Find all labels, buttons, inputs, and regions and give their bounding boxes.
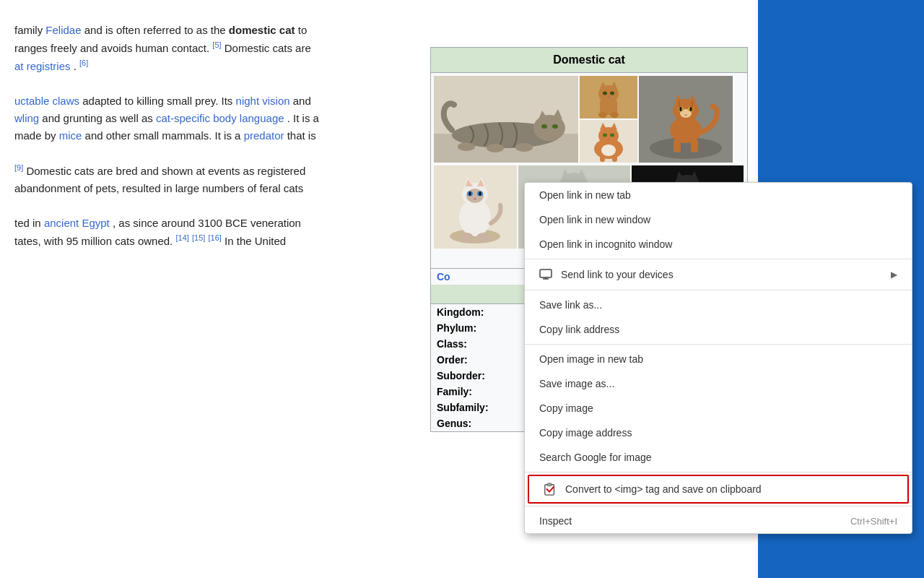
ctx-search-google-image[interactable]: Search Google for image [525, 445, 912, 470]
ctx-inspect[interactable]: Inspect Ctrl+Shift+I [525, 509, 912, 533]
svg-rect-79 [540, 269, 552, 277]
svg-point-6 [541, 124, 547, 129]
ctx-open-incognito[interactable]: Open link in incognito window [525, 232, 912, 256]
svg-point-7 [552, 124, 558, 129]
svg-rect-45 [674, 139, 681, 152]
ctx-open-new-tab[interactable]: Open link in new tab [525, 183, 912, 207]
monitor-icon [539, 268, 552, 281]
article-para3: . [74, 60, 77, 72]
svg-point-28 [603, 134, 607, 137]
wling-link[interactable]: wling [14, 112, 39, 124]
ctx-separator-3 [525, 344, 912, 345]
ctx-open-new-window-label: Open link in new window [539, 214, 650, 225]
ctx-convert-img-tag[interactable]: Convert to <img> tag and save on clipboa… [528, 475, 909, 504]
svg-rect-83 [547, 483, 551, 486]
svg-rect-32 [612, 156, 617, 162]
cat-image-siamese[interactable] [434, 165, 517, 249]
ancient-egypt-link[interactable]: ancient Egypt [44, 217, 110, 229]
cat-image-main[interactable] [434, 76, 578, 163]
ctx-separator-4 [525, 472, 912, 473]
ref9[interactable]: [9] [14, 163, 23, 172]
svg-point-18 [610, 92, 614, 95]
claws-link[interactable]: uctable claws [14, 95, 79, 107]
ctx-separator-5 [525, 506, 912, 506]
ctx-open-new-tab-label: Open link in new tab [539, 189, 631, 201]
article-para6a: and other small mammals. It is a [85, 129, 244, 142]
article-para6b: that is [287, 129, 316, 142]
ctx-inspect-shortcut: Ctrl+Shift+I [850, 516, 897, 527]
ctx-send-to-devices[interactable]: Send link to your devices ▶ [525, 262, 912, 288]
svg-point-17 [603, 92, 607, 95]
ctx-save-link-as[interactable]: Save link as... [525, 293, 912, 317]
svg-rect-31 [600, 156, 605, 162]
ctx-copy-image[interactable]: Copy image [525, 396, 912, 420]
ctx-open-image-new-tab-label: Open image in new tab [539, 353, 643, 365]
ctx-send-devices-left: Send link to your devices [539, 268, 674, 281]
ref15[interactable]: [15] [192, 233, 205, 242]
cat-image-brown[interactable] [580, 76, 637, 118]
cat-body-lang-link[interactable]: cat-specific body language [156, 112, 284, 124]
article-para5a: and grunting as well as [42, 112, 156, 124]
ref6[interactable]: [6] [79, 59, 88, 67]
ctx-copy-image-label: Copy image [539, 402, 593, 414]
article-para9a: , as since around 3100 BCE veneration [113, 217, 301, 229]
context-menu: Open link in new tab Open link in new wi… [524, 182, 912, 534]
ctx-separator-1 [525, 259, 912, 259]
night-vision-link[interactable]: night vision [236, 95, 290, 107]
article-para1b: and is often referred to as the domestic… [84, 24, 308, 36]
registries-link[interactable]: at registries [14, 60, 71, 72]
ctx-save-link-as-label: Save link as... [539, 299, 602, 311]
article-para5b: . It is a [287, 112, 319, 124]
article-para10a: In the United [225, 235, 286, 247]
svg-point-29 [610, 134, 614, 137]
convert-icon [544, 483, 557, 496]
svg-point-27 [601, 144, 616, 156]
felidae-link[interactable]: Felidae [45, 24, 81, 36]
svg-point-21 [610, 112, 619, 118]
ctx-save-image-as-label: Save image as... [539, 378, 614, 389]
svg-point-62 [476, 233, 491, 243]
ctx-send-to-devices-label: Send link to your devices [561, 269, 674, 280]
cat-images-side [580, 76, 637, 163]
svg-point-61 [459, 233, 474, 243]
mice-link[interactable]: mice [59, 129, 82, 142]
ctx-copy-link-address[interactable]: Copy link address [525, 317, 912, 342]
ctx-send-devices-arrow: ▶ [891, 269, 897, 280]
article-para4a: adapted to killing small prey. Its [82, 95, 235, 107]
article-para2b: Domestic cats are [225, 42, 311, 54]
ref5[interactable]: [5] [212, 40, 221, 49]
ctx-separator-2 [525, 290, 912, 290]
ref14[interactable]: [14] [175, 233, 188, 242]
ctx-copy-image-address-label: Copy image address [539, 427, 632, 439]
article-para10: tates, with 95 million cats owned. [14, 235, 173, 247]
svg-rect-46 [691, 139, 698, 152]
svg-point-59 [479, 191, 481, 196]
ctx-search-google-image-label: Search Google for image [539, 452, 652, 463]
article-para2: ranges freely and avoids human contact. [14, 42, 209, 54]
ctx-inspect-label: Inspect [539, 515, 572, 527]
article-text: family Felidae and is often referred to … [0, 14, 419, 257]
ctx-open-incognito-label: Open link in incognito window [539, 238, 672, 250]
svg-point-10 [487, 144, 504, 152]
svg-point-11 [515, 143, 533, 152]
svg-point-9 [458, 142, 475, 151]
infobox-images-row1 [431, 73, 747, 165]
infobox-title: Domestic cat [431, 48, 747, 73]
article-para4b: and [293, 95, 311, 107]
ctx-copy-link-address-label: Copy link address [539, 324, 619, 335]
svg-point-58 [469, 191, 471, 196]
article-para1: family [14, 24, 45, 36]
article-para6: made by [14, 129, 59, 142]
ctx-save-image-as[interactable]: Save image as... [525, 371, 912, 396]
ctx-copy-image-address[interactable]: Copy image address [525, 420, 912, 445]
article-para8: abandonment of pets, resulted in large n… [14, 182, 303, 194]
ctx-open-new-window[interactable]: Open link in new window [525, 207, 912, 232]
ctx-convert-img-tag-label: Convert to <img> tag and save on clipboa… [565, 483, 762, 495]
svg-point-20 [598, 112, 607, 118]
article-para7: Domestic cats are bred and shown at even… [26, 165, 305, 177]
cat-image-corner[interactable] [639, 76, 733, 163]
ctx-open-image-new-tab[interactable]: Open image in new tab [525, 347, 912, 371]
cat-image-orange[interactable] [580, 120, 637, 163]
ref16[interactable]: [16] [209, 233, 222, 242]
predator-link[interactable]: predator [244, 129, 284, 142]
